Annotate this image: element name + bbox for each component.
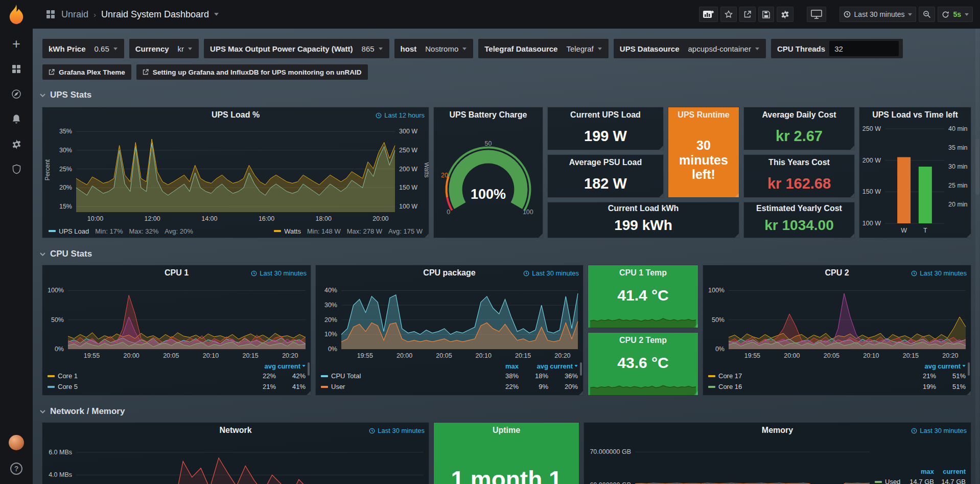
apps-grid-icon[interactable] <box>45 9 56 20</box>
panel-title[interactable]: CPU package <box>423 268 475 278</box>
legend-series[interactable]: CPU Total <box>331 372 361 380</box>
legend-row: Core 521%41% <box>48 381 306 392</box>
svg-text:12:00: 12:00 <box>144 215 160 222</box>
settings-gear-button[interactable] <box>777 7 794 22</box>
legend-series[interactable]: Core 1 <box>58 372 78 380</box>
tv-mode-button[interactable] <box>807 7 826 22</box>
dashboard-title[interactable]: Unraid System Dashboard <box>101 9 209 20</box>
link-ups-monitoring-guide[interactable]: Setting up Grafana and InfluxDB for UPS … <box>136 64 368 80</box>
cpu-threads-input[interactable] <box>829 41 899 56</box>
legend-series[interactable]: Watts <box>284 227 301 235</box>
legend-sort-avg[interactable]: avg <box>246 362 276 370</box>
panel-title[interactable]: CPU 1 <box>165 268 189 278</box>
row-header-network-memory[interactable]: Network / Memory <box>40 406 125 417</box>
legend-series[interactable]: Core 16 <box>718 383 742 390</box>
configuration-gear-icon[interactable] <box>11 139 22 150</box>
legend-series[interactable]: Core 17 <box>718 372 742 380</box>
var-ups-max-output[interactable]: UPS Max Output Power Capacity (Watt) 865 <box>204 39 389 58</box>
svg-text:20%: 20% <box>324 316 337 324</box>
panel-title[interactable]: Current UPS Load <box>570 110 641 120</box>
chevron-down-icon <box>40 252 45 256</box>
external-link-icon <box>143 69 149 75</box>
row-header-ups-stats[interactable]: UPS Stats <box>40 90 91 100</box>
help-icon[interactable]: ? <box>10 463 22 475</box>
panel-title[interactable]: Uptime <box>493 426 520 435</box>
refresh-button[interactable]: 5s <box>938 7 973 22</box>
panel-title[interactable]: This Years Cost <box>768 158 830 167</box>
legend-sort-avg[interactable]: avg <box>906 362 936 370</box>
legend-scrollbar[interactable] <box>968 362 970 376</box>
breadcrumb-root[interactable]: Unraid <box>61 9 88 20</box>
var-currency[interactable]: Currency kr <box>129 39 199 58</box>
legend-sort-avg[interactable]: avg <box>519 362 548 370</box>
scrollbar-thumb[interactable] <box>975 139 979 195</box>
panel-title[interactable]: Average Daily Cost <box>762 110 836 120</box>
svg-text:30%: 30% <box>59 147 72 154</box>
title-caret-icon[interactable] <box>214 13 219 16</box>
stat-value: 1 month 1 <box>434 438 579 484</box>
svg-text:250 W: 250 W <box>862 125 881 132</box>
zoom-out-button[interactable] <box>919 7 935 22</box>
panel-title[interactable]: CPU 2 <box>825 268 849 278</box>
alerting-bell-icon[interactable] <box>11 113 22 125</box>
var-kwh-price[interactable]: kWh Price 0.65 <box>42 39 124 58</box>
navbar-actions: Last 30 minutes 5s <box>699 7 980 22</box>
panel-title[interactable]: Network <box>219 426 251 435</box>
panel-title[interactable]: UPS Runtime <box>678 110 729 120</box>
legend-sort-max[interactable]: max <box>489 362 519 370</box>
legend-scrollbar[interactable] <box>308 362 310 376</box>
user-avatar[interactable] <box>9 435 24 450</box>
svg-text:200 W: 200 W <box>862 157 881 164</box>
share-button[interactable] <box>739 7 756 22</box>
legend-sort-current[interactable]: current <box>276 362 306 370</box>
legend-row: Core 1721%51% <box>708 371 966 381</box>
panel-title[interactable]: CPU 2 Temp <box>619 336 667 345</box>
svg-text:10:00: 10:00 <box>87 215 103 222</box>
star-button[interactable] <box>720 7 737 22</box>
save-button[interactable] <box>758 7 774 22</box>
legend-sort-current[interactable]: current <box>548 362 578 370</box>
svg-text:15%: 15% <box>59 203 72 210</box>
dashboards-icon[interactable] <box>11 63 22 75</box>
legend-scrollbar[interactable] <box>580 362 582 376</box>
panel-title[interactable]: Memory <box>762 426 793 435</box>
chevron-down-icon <box>40 94 45 97</box>
svg-text:0%: 0% <box>715 345 725 353</box>
panel-title[interactable]: Estimated Yearly Cost <box>756 204 842 213</box>
var-host[interactable]: host Nostromo <box>394 39 474 58</box>
svg-text:100 W: 100 W <box>399 203 417 210</box>
grafana-logo-icon[interactable] <box>6 4 27 25</box>
legend-series[interactable]: User <box>331 383 345 390</box>
panel-cpu1: CPU 1 Last 30 minutes 100%50%0%19:5520:0… <box>42 265 311 395</box>
legend-series[interactable]: Core 5 <box>58 383 78 390</box>
panel-cpu2: CPU 2 Last 30 minutes 100%50%0%19:5520:0… <box>703 265 971 395</box>
svg-text:19:55: 19:55 <box>84 352 100 359</box>
scrollbar-track[interactable] <box>975 29 979 484</box>
panel-title[interactable]: CPU 1 Temp <box>619 268 667 278</box>
create-icon[interactable]: + <box>11 38 22 50</box>
legend: UPS LoadMin: 17%Max: 32%Avg: 20% WattsMi… <box>42 224 429 238</box>
legend-series[interactable]: UPS Load <box>59 227 89 235</box>
panel-title[interactable]: UPS Load vs Time left <box>872 110 958 120</box>
time-range-picker[interactable]: Last 30 minutes <box>839 7 917 22</box>
link-grafana-plex-theme[interactable]: Grafana Plex Theme <box>42 64 131 80</box>
legend-series[interactable]: Used <box>885 478 900 484</box>
panel-title[interactable]: Average PSU Load <box>569 158 642 167</box>
panel-cpu1-temp: CPU 1 Temp 41.4 °C <box>588 265 698 328</box>
panel-ups-load-vs-time-left: UPS Load vs Time left 250 W200 W150 W100… <box>859 107 971 238</box>
panel-estimated-yearly-cost: Estimated Yearly Cost kr 1034.00 <box>744 202 854 238</box>
legend-sort-current[interactable]: current <box>934 468 966 475</box>
explore-compass-icon[interactable] <box>11 88 22 100</box>
svg-text:100%: 100% <box>708 287 725 294</box>
admin-shield-icon[interactable] <box>11 164 22 175</box>
row-header-cpu-stats[interactable]: CPU Stats <box>40 249 92 259</box>
var-ups-datasource[interactable]: UPS Datasource apcupsd-container <box>614 39 766 58</box>
panel-title[interactable]: UPS Battery Charge <box>449 110 527 120</box>
legend-sort-max[interactable]: max <box>902 468 934 475</box>
add-panel-button[interactable] <box>699 7 718 22</box>
panel-title[interactable]: UPS Load % <box>212 110 260 120</box>
panel-network: Network Last 30 minutes 6.0 MBs4.0 MBs2.… <box>42 423 429 484</box>
legend-sort-current[interactable]: current <box>936 362 966 370</box>
var-telegraf-datasource[interactable]: Telegraf Datasource Telegraf <box>478 39 608 58</box>
panel-title[interactable]: Current Load kWh <box>608 204 679 213</box>
